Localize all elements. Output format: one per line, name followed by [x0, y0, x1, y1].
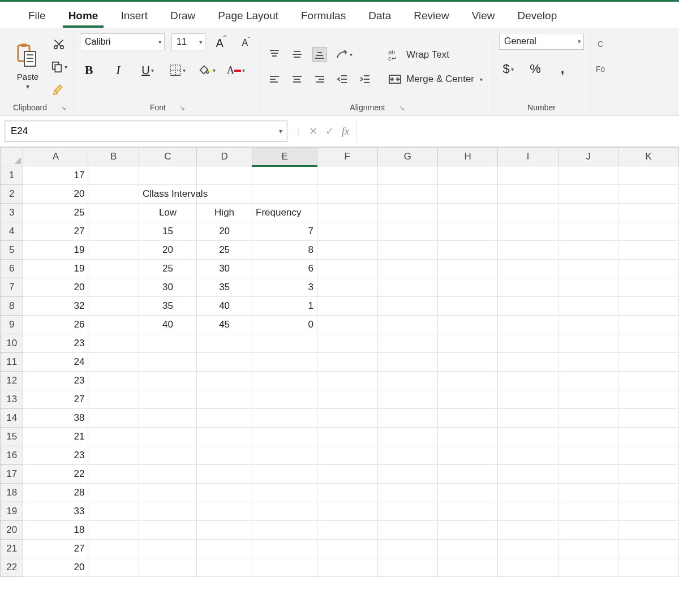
cell-A4[interactable]: 27 — [23, 222, 88, 241]
cell-K16[interactable] — [618, 446, 679, 465]
cell-D20[interactable] — [197, 521, 252, 540]
cell-J20[interactable] — [558, 521, 618, 540]
cell-F18[interactable] — [317, 484, 377, 502]
cell-E6[interactable]: 6 — [252, 260, 317, 278]
cell-H4[interactable] — [438, 222, 498, 241]
cell-A14[interactable]: 38 — [23, 409, 88, 428]
cell-I20[interactable] — [498, 521, 558, 540]
cell-A17[interactable]: 22 — [23, 465, 88, 484]
cell-G19[interactable] — [377, 502, 437, 521]
cell-A15[interactable]: 21 — [23, 428, 88, 446]
row-header-14[interactable]: 14 — [1, 409, 23, 428]
cell-E17[interactable] — [252, 465, 317, 484]
cell-A2[interactable]: 20 — [23, 185, 88, 204]
cell-H20[interactable] — [438, 521, 498, 540]
cell-K12[interactable] — [618, 372, 679, 390]
cell-K9[interactable] — [618, 316, 679, 334]
cell-H11[interactable] — [438, 353, 498, 372]
cell-G8[interactable] — [377, 297, 437, 316]
cell-I13[interactable] — [498, 390, 558, 409]
column-header-G[interactable]: G — [377, 148, 437, 166]
cell-A13[interactable]: 27 — [23, 390, 88, 409]
increase-indent-button[interactable] — [358, 72, 372, 87]
cell-B18[interactable] — [88, 484, 139, 502]
column-header-I[interactable]: I — [498, 148, 558, 166]
row-header-4[interactable]: 4 — [1, 222, 23, 241]
row-header-19[interactable]: 19 — [1, 502, 23, 521]
cell-I2[interactable] — [498, 185, 558, 204]
cell-E18[interactable] — [252, 484, 317, 502]
font-dialog-launcher[interactable]: ↘ — [179, 104, 185, 112]
italic-button[interactable]: I — [109, 61, 127, 79]
cell-E3[interactable]: Frequency — [252, 204, 317, 222]
cell-G11[interactable] — [377, 353, 437, 372]
row-header-20[interactable]: 20 — [1, 521, 23, 540]
cell-F21[interactable] — [317, 540, 377, 558]
accept-formula-button[interactable]: ✓ — [325, 125, 334, 137]
cell-B22[interactable] — [88, 558, 139, 577]
row-header-16[interactable]: 16 — [1, 446, 23, 465]
cell-K3[interactable] — [618, 204, 679, 222]
cell-H6[interactable] — [438, 260, 498, 278]
cell-F10[interactable] — [317, 334, 377, 353]
format-painter-button[interactable] — [50, 80, 68, 98]
cell-F2[interactable] — [317, 185, 377, 204]
cell-C4[interactable]: 15 — [139, 222, 196, 241]
cell-D1[interactable] — [197, 166, 252, 185]
cell-A8[interactable]: 32 — [23, 297, 88, 316]
cell-I12[interactable] — [498, 372, 558, 390]
tab-developer[interactable]: Develop — [506, 5, 568, 28]
cell-C14[interactable] — [139, 409, 196, 428]
cell-K17[interactable] — [618, 465, 679, 484]
cell-K13[interactable] — [618, 390, 679, 409]
cell-I4[interactable] — [498, 222, 558, 241]
cell-H5[interactable] — [438, 241, 498, 260]
wrap-text-button[interactable]: ab c↵ Wrap Text — [384, 46, 487, 63]
cell-H22[interactable] — [438, 558, 498, 577]
cell-H13[interactable] — [438, 390, 498, 409]
column-header-C[interactable]: C — [139, 148, 196, 166]
row-header-18[interactable]: 18 — [1, 484, 23, 502]
cell-K8[interactable] — [618, 297, 679, 316]
cell-H12[interactable] — [438, 372, 498, 390]
cell-B13[interactable] — [88, 390, 139, 409]
cell-K4[interactable] — [618, 222, 679, 241]
cell-H8[interactable] — [438, 297, 498, 316]
tab-review[interactable]: Review — [402, 5, 460, 28]
cell-E19[interactable] — [252, 502, 317, 521]
bold-button[interactable]: B — [80, 61, 98, 79]
cell-J11[interactable] — [558, 353, 618, 372]
row-header-2[interactable]: 2 — [1, 185, 23, 204]
cell-E8[interactable]: 1 — [252, 297, 317, 316]
cell-G10[interactable] — [377, 334, 437, 353]
cell-J21[interactable] — [558, 540, 618, 558]
cell-H10[interactable] — [438, 334, 498, 353]
cell-H1[interactable] — [438, 166, 498, 185]
cell-J9[interactable] — [558, 316, 618, 334]
cell-G12[interactable] — [377, 372, 437, 390]
cell-B7[interactable] — [88, 278, 139, 297]
cell-H7[interactable] — [438, 278, 498, 297]
cell-B1[interactable] — [88, 166, 139, 185]
cell-K6[interactable] — [618, 260, 679, 278]
cell-E10[interactable] — [252, 334, 317, 353]
cell-B21[interactable] — [88, 540, 139, 558]
cell-J18[interactable] — [558, 484, 618, 502]
cell-F14[interactable] — [317, 409, 377, 428]
cell-G4[interactable] — [377, 222, 437, 241]
cell-D19[interactable] — [197, 502, 252, 521]
cell-F1[interactable] — [317, 166, 377, 185]
cell-D6[interactable]: 30 — [197, 260, 252, 278]
cell-F16[interactable] — [317, 446, 377, 465]
clipboard-dialog-launcher[interactable]: ↘ — [61, 104, 66, 112]
cell-B9[interactable] — [88, 316, 139, 334]
cell-K2[interactable] — [618, 185, 679, 204]
cell-A20[interactable]: 18 — [23, 521, 88, 540]
cell-K7[interactable] — [618, 278, 679, 297]
cell-F3[interactable] — [317, 204, 377, 222]
cell-D9[interactable]: 45 — [197, 316, 252, 334]
cell-I16[interactable] — [498, 446, 558, 465]
cell-B5[interactable] — [88, 241, 139, 260]
cell-J6[interactable] — [558, 260, 618, 278]
cell-H15[interactable] — [438, 428, 498, 446]
